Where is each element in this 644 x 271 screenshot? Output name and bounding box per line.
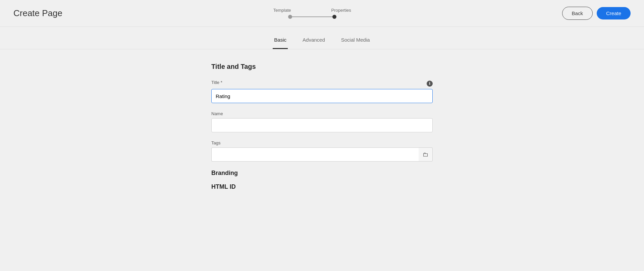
content-area[interactable]: Basic Advanced Social Media Title and Ta… — [0, 27, 644, 271]
stepper-dot-2 — [332, 15, 336, 19]
stepper-line — [292, 16, 332, 17]
header-actions: Back Create — [562, 7, 631, 20]
stepper-track — [288, 15, 336, 19]
stepper-dot-1 — [288, 15, 292, 19]
name-label: Name — [211, 111, 433, 116]
tab-social-media[interactable]: Social Media — [340, 34, 371, 49]
tab-basic[interactable]: Basic — [273, 34, 288, 49]
back-button[interactable]: Back — [562, 7, 593, 20]
title-label: Title * — [211, 80, 222, 85]
form-container: Title and Tags Title * ℹ Name Tags — [205, 49, 439, 215]
header: Create Page Template Properties Back Cre… — [0, 0, 644, 27]
stepper: Template Properties — [273, 8, 351, 19]
title-input[interactable] — [211, 89, 433, 103]
title-info-icon[interactable]: ℹ — [427, 81, 433, 87]
section-title-and-tags: Title and Tags — [211, 63, 433, 71]
stepper-labels: Template Properties — [273, 8, 351, 13]
title-field-group: Title * ℹ — [211, 80, 433, 103]
main-container: Basic Advanced Social Media Title and Ta… — [0, 27, 644, 271]
section-branding: Branding — [211, 170, 433, 177]
tab-advanced[interactable]: Advanced — [301, 34, 326, 49]
title-label-row: Title * ℹ — [211, 80, 433, 87]
folder-icon: 🗀 — [423, 151, 429, 158]
create-button[interactable]: Create — [597, 7, 631, 19]
name-input[interactable] — [211, 118, 433, 132]
name-field-group: Name — [211, 111, 433, 132]
tags-label: Tags — [211, 140, 433, 145]
stepper-label-properties: Properties — [331, 8, 351, 13]
tags-input[interactable] — [211, 147, 419, 162]
tags-row: 🗀 — [211, 147, 433, 162]
tags-browse-button[interactable]: 🗀 — [419, 147, 433, 162]
tags-field-group: Tags 🗀 — [211, 140, 433, 162]
stepper-label-template: Template — [273, 8, 291, 13]
tabs-bar: Basic Advanced Social Media — [0, 27, 644, 49]
page-title: Create Page — [13, 8, 62, 18]
section-html-id: HTML ID — [211, 183, 433, 190]
